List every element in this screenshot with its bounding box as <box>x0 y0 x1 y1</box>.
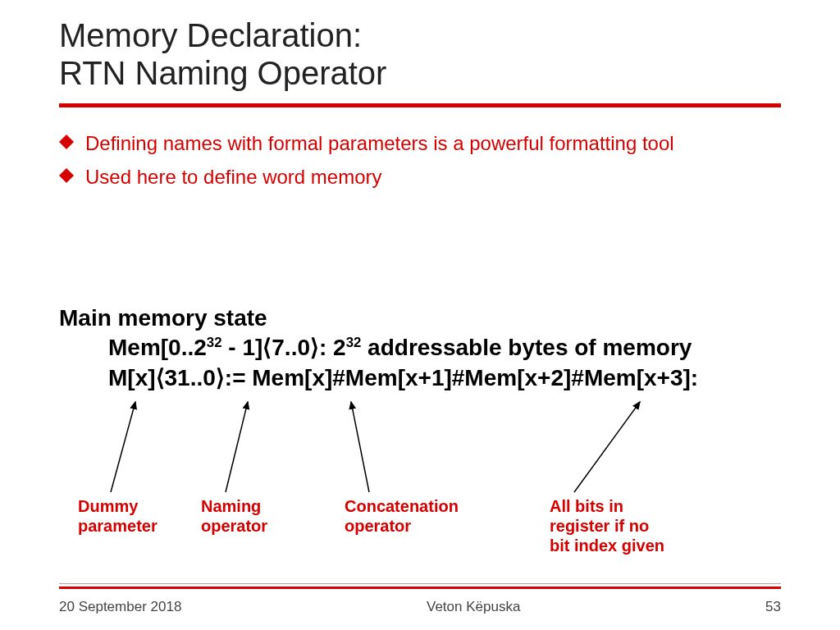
callout-dummy-parameter: Dummyparameter <box>78 496 158 536</box>
callout-all-bits: All bits inregister if nobit index given <box>550 496 664 555</box>
footer-author: Veton Këpuska <box>427 599 520 615</box>
callout-labels: Dummyparameter Namingoperator Concatenat… <box>0 0 840 630</box>
callout-concatenation-operator: Concatenationoperator <box>345 496 459 536</box>
callout-naming-operator: Namingoperator <box>201 496 267 536</box>
slide: Memory Declaration:RTN Naming Operator D… <box>0 0 840 630</box>
footer-date: 20 September 2018 <box>59 599 181 615</box>
footer-divider <box>59 583 781 589</box>
footer: 20 September 2018 Veton Këpuska 53 <box>59 599 781 615</box>
footer-page: 53 <box>765 599 781 615</box>
